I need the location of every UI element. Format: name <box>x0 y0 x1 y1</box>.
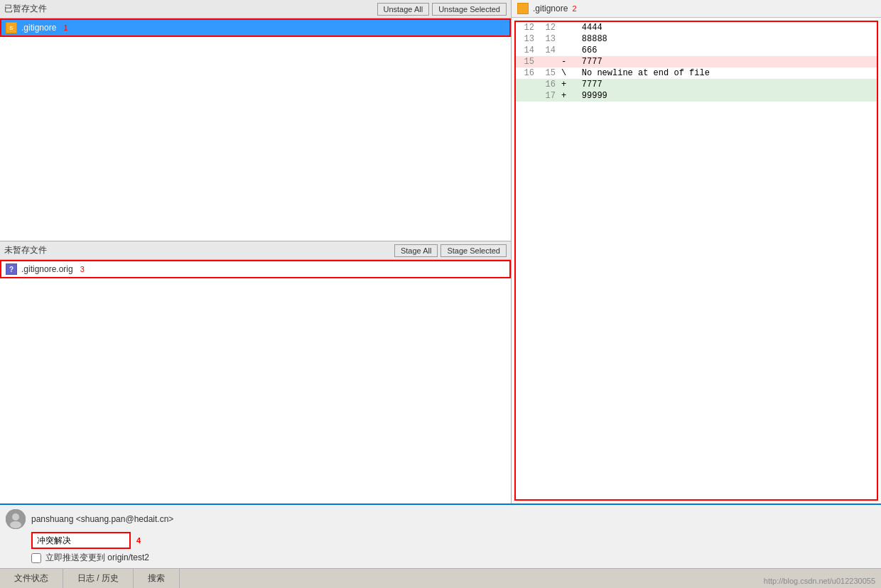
commit-message-badge: 4 <box>136 536 141 545</box>
unstaged-buttons: Stage All Stage Selected <box>394 244 507 257</box>
commit-area: panshuang <shuang.pan@hedait.cn> 4 立即推送变… <box>0 503 881 568</box>
diff-line: 16 15 \ No newline at end of file <box>516 67 877 79</box>
diff-new-num: 16 <box>537 79 558 90</box>
unstage-all-button[interactable]: Unstage All <box>377 3 430 16</box>
diff-old-num: 14 <box>516 45 537 56</box>
push-row: 立即推送变更到 origin/test2 <box>6 552 875 564</box>
staged-file-name: .gitignore <box>21 23 56 33</box>
tab-item[interactable]: 文件状态 <box>0 569 63 588</box>
svg-point-5 <box>10 521 21 528</box>
unstaged-header: 未暂存文件 Stage All Stage Selected <box>0 241 511 260</box>
tab-item[interactable]: 搜索 <box>134 569 180 588</box>
unstaged-file-icon: ? <box>6 263 17 275</box>
diff-line-content: + 7777 <box>558 79 877 90</box>
diff-new-num: 14 <box>537 45 558 56</box>
diff-line: 16 + 7777 <box>516 79 877 90</box>
diff-new-num: 15 <box>537 67 558 79</box>
unstage-selected-button[interactable]: Unstage Selected <box>432 3 507 16</box>
tab-item[interactable]: 日志 / 历史 <box>63 569 134 588</box>
staged-file-icon: S <box>6 22 17 33</box>
diff-line-content: 666 <box>558 45 877 56</box>
diff-old-num <box>516 90 537 102</box>
avatar <box>6 509 26 529</box>
diff-line: 15 - 7777 <box>516 56 877 67</box>
right-panel: .gitignore 2 12 12 4444 13 13 88888 14 1… <box>512 0 881 503</box>
diff-new-num <box>537 56 558 67</box>
diff-file-icon <box>517 3 529 14</box>
diff-line-content: + 99999 <box>558 90 877 102</box>
staged-files-list: S .gitignore 1 <box>0 18 511 241</box>
svg-rect-2 <box>519 5 526 12</box>
unstaged-section: 未暂存文件 Stage All Stage Selected ? .gitign… <box>0 241 511 503</box>
stage-all-button[interactable]: Stage All <box>394 244 438 257</box>
unstaged-title: 未暂存文件 <box>4 244 47 256</box>
diff-old-num: 15 <box>516 56 537 67</box>
tab-bar: 文件状态日志 / 历史搜索 <box>0 568 881 588</box>
diff-new-num: 13 <box>537 33 558 45</box>
diff-line-content: - 7777 <box>558 56 877 67</box>
commit-message-row: 4 <box>6 532 875 549</box>
diff-file-badge: 2 <box>572 4 576 13</box>
diff-line-content: 88888 <box>558 33 877 45</box>
diff-new-num: 12 <box>537 22 558 33</box>
diff-old-num <box>516 79 537 90</box>
staged-title: 已暂存文件 <box>4 3 47 15</box>
left-panel: 已暂存文件 Unstage All Unstage Selected S .gi… <box>0 0 512 503</box>
commit-message-input[interactable] <box>31 532 131 549</box>
unstaged-file-name: .gitignore.orig <box>21 264 73 274</box>
diff-file-name: .gitignore <box>533 4 568 13</box>
svg-point-4 <box>12 513 19 521</box>
staged-buttons: Unstage All Unstage Selected <box>377 3 507 16</box>
push-label: 立即推送变更到 origin/test2 <box>45 552 149 564</box>
diff-line: 14 14 666 <box>516 45 877 56</box>
push-checkbox[interactable] <box>31 553 41 563</box>
diff-line: 13 13 88888 <box>516 33 877 45</box>
diff-table: 12 12 4444 13 13 88888 14 14 666 15 - 77… <box>516 22 877 102</box>
commit-user-row: panshuang <shuang.pan@hedait.cn> <box>6 509 875 529</box>
svg-text:S: S <box>9 25 13 31</box>
diff-old-num: 16 <box>516 67 537 79</box>
diff-old-num: 13 <box>516 33 537 45</box>
unstaged-file-item[interactable]: ? .gitignore.orig 3 <box>0 260 511 278</box>
diff-line-content: \ No newline at end of file <box>558 67 877 79</box>
diff-old-num: 12 <box>516 22 537 33</box>
diff-line: 12 12 4444 <box>516 22 877 33</box>
diff-new-num: 17 <box>537 90 558 102</box>
diff-area[interactable]: 12 12 4444 13 13 88888 14 14 666 15 - 77… <box>514 21 878 501</box>
diff-header: .gitignore 2 <box>512 0 881 18</box>
staged-file-badge: 1 <box>63 23 67 32</box>
staged-header: 已暂存文件 Unstage All Unstage Selected <box>0 0 511 18</box>
diff-line: 17 + 99999 <box>516 90 877 102</box>
diff-line-content: 4444 <box>558 22 877 33</box>
commit-user-text: panshuang <shuang.pan@hedait.cn> <box>31 514 173 524</box>
staged-file-item[interactable]: S .gitignore 1 <box>0 18 511 37</box>
stage-selected-button[interactable]: Stage Selected <box>440 244 507 257</box>
staged-section: 已暂存文件 Unstage All Unstage Selected S .gi… <box>0 0 511 241</box>
unstaged-file-badge: 3 <box>80 265 85 273</box>
unstaged-files-list: ? .gitignore.orig 3 <box>0 260 511 503</box>
